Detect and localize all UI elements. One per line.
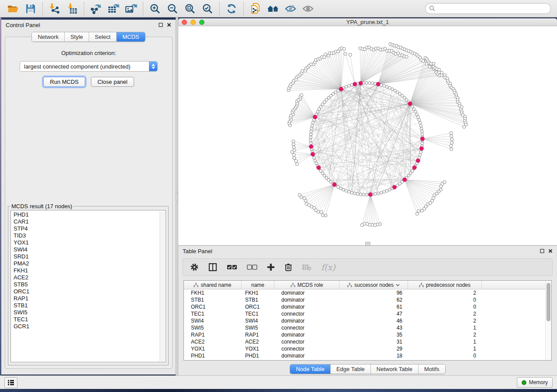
zoom-fit-icon bbox=[184, 3, 196, 14]
memory-button[interactable]: Memory bbox=[517, 377, 553, 388]
node-table-grid[interactable]: shared namenameMCDS rolesuccessor nodesp… bbox=[184, 281, 545, 360]
select-all-button[interactable] bbox=[227, 265, 237, 270]
control-panel-title: Control Panel bbox=[6, 22, 40, 28]
import-network-button[interactable] bbox=[46, 1, 63, 16]
delete-column-button[interactable] bbox=[284, 263, 292, 272]
close-panel-button[interactable]: Close panel bbox=[91, 77, 134, 87]
table-settings-button[interactable] bbox=[190, 263, 199, 272]
tab-mcds[interactable]: MCDS bbox=[117, 32, 145, 41]
mcds-result-item[interactable]: TID3 bbox=[14, 232, 159, 239]
mcds-result-item[interactable]: RAP1 bbox=[14, 295, 159, 302]
mcds-result-item[interactable]: CAR1 bbox=[14, 218, 159, 225]
table-cell: ORC1 bbox=[242, 303, 274, 310]
delete-table-button[interactable] bbox=[302, 264, 311, 271]
zoom-fit-button[interactable] bbox=[181, 1, 199, 16]
show-columns-button[interactable] bbox=[208, 263, 217, 272]
mcds-result-item[interactable]: STP4 bbox=[14, 225, 159, 232]
function-builder-button[interactable]: f(x) bbox=[321, 262, 336, 272]
unchecked-boxes-icon bbox=[247, 265, 257, 270]
table-row[interactable]: YOX1YOX1connector291 bbox=[184, 345, 545, 352]
network-window-titlebar[interactable]: YPA_prune.txt_1 bbox=[178, 18, 557, 26]
mcds-result-item[interactable]: STB5 bbox=[14, 281, 159, 288]
table-row[interactable]: PHD1PHD1dominator180 bbox=[184, 352, 545, 359]
show-elements-button[interactable] bbox=[299, 1, 317, 16]
table-row[interactable]: RAP1RAP1dominator352 bbox=[184, 331, 545, 338]
column-header-MCDS-role[interactable]: MCDS role bbox=[274, 281, 339, 289]
tab-select[interactable]: Select bbox=[89, 32, 117, 41]
column-header-predecessor-nodes[interactable]: predecessor nodes bbox=[408, 281, 482, 289]
result-list-scrollbar[interactable] bbox=[159, 211, 165, 361]
mcds-result-item[interactable]: SWI4 bbox=[14, 246, 159, 253]
refresh-view-button[interactable] bbox=[223, 1, 240, 16]
mcds-result-item[interactable]: GCR1 bbox=[14, 323, 159, 330]
float-panel-icon[interactable] bbox=[159, 23, 163, 27]
mcds-result-list[interactable]: PHD1CAR1STP4TID3YOX1SWI4SRD1PMA2FKH1ACE2… bbox=[10, 210, 166, 362]
table-cell: 96 bbox=[339, 289, 408, 296]
table-tab-edge-table[interactable]: Edge Table bbox=[331, 364, 371, 374]
open-file-button[interactable] bbox=[4, 1, 22, 16]
table-panel: Table Panel bbox=[178, 246, 557, 375]
mcds-result-item[interactable]: ACE2 bbox=[14, 274, 159, 281]
horizontal-split-handle[interactable] bbox=[365, 242, 370, 245]
toolbar-separator bbox=[219, 2, 220, 15]
table-row[interactable]: ORC1ORC1dominator610 bbox=[184, 303, 545, 310]
table-scrollbar-thumb[interactable] bbox=[547, 283, 550, 321]
column-header-filler bbox=[482, 281, 545, 289]
table-row[interactable]: FKH1FKH1dominator962 bbox=[184, 289, 545, 296]
table-cell: 62 bbox=[339, 296, 408, 303]
import-table-button[interactable] bbox=[63, 1, 81, 16]
network-view[interactable] bbox=[178, 26, 557, 245]
mcds-result-item[interactable]: ORC1 bbox=[14, 288, 159, 295]
float-panel-icon[interactable] bbox=[540, 249, 544, 253]
table-cell: ACE2 bbox=[242, 338, 274, 345]
criterion-dropdown[interactable]: largest connected component (undirected) bbox=[20, 61, 158, 72]
mcds-result-item[interactable]: FKH1 bbox=[14, 267, 159, 274]
mcds-result-item[interactable]: SWI5 bbox=[14, 309, 159, 316]
run-mcds-button[interactable]: Run MCDS bbox=[43, 77, 85, 87]
table-tab-network-table[interactable]: Network Table bbox=[371, 364, 419, 374]
status-menu-button[interactable] bbox=[4, 377, 17, 388]
table-row[interactable]: TEC1TEC1connector472 bbox=[184, 310, 545, 317]
mcds-result-item[interactable]: STB1 bbox=[14, 302, 159, 309]
mcds-result-item[interactable]: YOX1 bbox=[14, 239, 159, 246]
save-session-button[interactable] bbox=[22, 1, 39, 16]
zoom-selected-button[interactable] bbox=[199, 1, 216, 16]
zoom-in-button[interactable] bbox=[146, 1, 164, 16]
column-header-name[interactable]: name bbox=[242, 281, 274, 289]
close-panel-icon[interactable] bbox=[167, 23, 171, 27]
column-header-successor-nodes[interactable]: successor nodes bbox=[339, 281, 408, 289]
table-row[interactable]: SWI5SWI5connector431 bbox=[184, 324, 545, 331]
table-cell: dominator bbox=[274, 289, 339, 296]
mcds-result-item[interactable]: PMA2 bbox=[14, 260, 159, 267]
tab-network[interactable]: Network bbox=[32, 32, 65, 41]
mcds-result-item[interactable]: TEC1 bbox=[14, 316, 159, 323]
table-cell: 0 bbox=[408, 352, 482, 359]
mcds-result-item[interactable]: PHD1 bbox=[14, 211, 159, 218]
deselect-all-button[interactable] bbox=[247, 265, 257, 270]
export-image-button[interactable] bbox=[122, 1, 140, 16]
zoom-out-button[interactable] bbox=[164, 1, 181, 16]
save-icon bbox=[25, 3, 36, 14]
tab-style[interactable]: Style bbox=[65, 32, 89, 41]
table-cell: connector bbox=[274, 338, 339, 345]
close-panel-icon[interactable] bbox=[548, 249, 553, 253]
table-scrollbar[interactable] bbox=[545, 281, 551, 360]
panel-divider-handle[interactable] bbox=[176, 192, 178, 202]
column-header-shared-name[interactable]: shared name bbox=[184, 281, 242, 289]
first-neighbors-button[interactable] bbox=[247, 1, 264, 16]
mcds-result-title: MCDS result (17 nodes) bbox=[10, 203, 73, 210]
table-row[interactable]: STB1STB1dominator620 bbox=[184, 296, 545, 303]
export-table-button[interactable] bbox=[105, 1, 122, 16]
table-row[interactable]: SWI4SWI4dominator462 bbox=[184, 317, 545, 324]
mcds-result-item[interactable]: SRD1 bbox=[14, 253, 159, 260]
networks-overview-button[interactable] bbox=[264, 1, 282, 16]
network-graph[interactable] bbox=[178, 26, 556, 244]
control-panel-tabs: NetworkStyleSelectMCDS bbox=[31, 32, 145, 42]
search-input[interactable] bbox=[425, 3, 551, 14]
add-column-button[interactable] bbox=[267, 263, 275, 271]
table-row[interactable]: ACE2ACE2connector311 bbox=[184, 338, 545, 345]
table-tab-motifs[interactable]: Motifs bbox=[419, 364, 445, 374]
export-network-button[interactable] bbox=[87, 1, 105, 16]
table-tab-node-table[interactable]: Node Table bbox=[290, 364, 331, 374]
hide-elements-button[interactable] bbox=[282, 1, 299, 16]
